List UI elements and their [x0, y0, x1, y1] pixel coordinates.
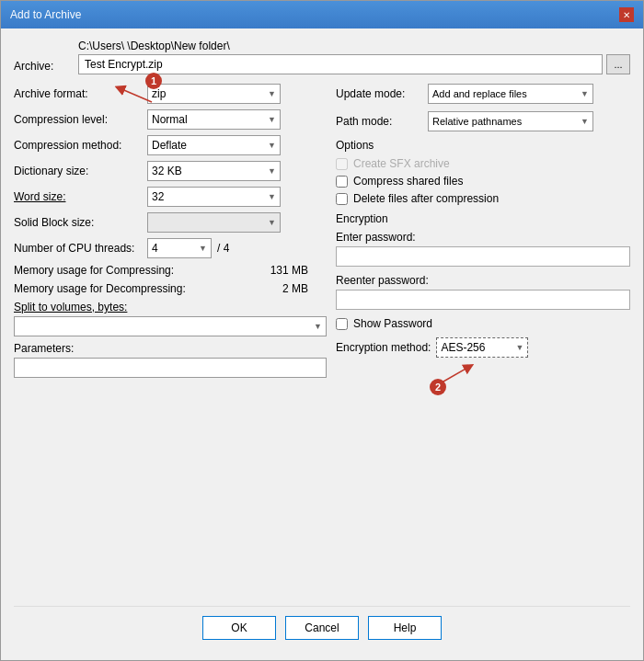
update-mode-label: Update mode: — [336, 87, 428, 100]
params-input[interactable] — [14, 358, 327, 378]
split-label: Split to volumes, bytes: — [14, 301, 327, 313]
enter-password-input[interactable] — [336, 246, 630, 267]
dictionary-size-label: Dictionary size: — [14, 165, 147, 177]
cpu-threads-label: Number of CPU threads: — [14, 242, 147, 255]
compression-method-arrow: ▼ — [268, 141, 276, 150]
options-header: Options — [336, 139, 630, 152]
cpu-threads-max: / 4 — [217, 242, 229, 255]
enc-method-arrow: ▼ — [515, 343, 523, 352]
show-password-checkbox[interactable] — [336, 318, 348, 330]
title-bar: Add to Archive ✕ — [1, 1, 643, 28]
dictionary-size-arrow: ▼ — [268, 166, 276, 176]
create-sfx-label: Create SFX archive — [353, 157, 450, 170]
solid-block-arrow: ▼ — [268, 218, 276, 227]
compression-method-label: Compression method: — [14, 139, 147, 152]
reenter-password-label: Reenter password: — [336, 274, 630, 287]
create-sfx-checkbox[interactable] — [336, 158, 348, 170]
split-arrow: ▼ — [314, 322, 322, 331]
params-label: Parameters: — [14, 342, 327, 355]
path-mode-combo[interactable]: Relative pathnames ▼ — [428, 111, 593, 131]
update-mode-combo[interactable]: Add and replace files ▼ — [428, 84, 593, 104]
word-size-combo[interactable]: 32 ▼ — [147, 187, 281, 207]
cancel-button[interactable]: Cancel — [285, 616, 359, 640]
word-size-label: Word size: — [14, 190, 147, 203]
cpu-threads-combo[interactable]: 4 ▼ — [147, 238, 212, 258]
compress-shared-label: Compress shared files — [353, 175, 463, 188]
path-mode-arrow: ▼ — [581, 117, 589, 126]
memory-compress-label: Memory usage for Compressing: — [14, 264, 174, 277]
badge-2: 2 — [430, 379, 446, 395]
archive-path: C:\Users\ \Desktop\New folder\ — [78, 40, 630, 52]
solid-block-label: Solid Block size: — [14, 216, 147, 229]
compression-method-combo[interactable]: Deflate ▼ — [147, 135, 281, 155]
cpu-threads-arrow: ▼ — [199, 244, 207, 253]
close-button[interactable]: ✕ — [619, 7, 634, 22]
path-mode-label: Path mode: — [336, 115, 428, 128]
memory-decompress-label: Memory usage for Decompressing: — [14, 282, 186, 295]
badge-1: 1 — [145, 73, 162, 89]
update-mode-arrow: ▼ — [581, 89, 589, 98]
memory-decompress-value: 2 MB — [282, 282, 327, 295]
svg-line-0 — [120, 88, 152, 102]
delete-after-checkbox[interactable] — [336, 193, 348, 205]
enc-method-combo[interactable]: AES-256 ▼ — [436, 337, 528, 358]
reenter-password-input[interactable] — [336, 290, 630, 310]
archive-name-input[interactable] — [78, 54, 603, 74]
help-button[interactable]: Help — [368, 616, 442, 640]
memory-compress-value: 131 MB — [270, 264, 327, 277]
add-to-archive-dialog: Add to Archive ✕ Archive: C:\Users\ \Des… — [0, 0, 644, 661]
enc-method-label: Encryption method: — [336, 341, 431, 354]
compress-shared-checkbox[interactable] — [336, 176, 348, 188]
delete-after-label: Delete files after compression — [353, 192, 499, 205]
ok-button[interactable]: OK — [202, 616, 276, 640]
archive-format-arrow: ▼ — [268, 89, 276, 98]
solid-block-combo[interactable]: ▼ — [147, 212, 281, 233]
split-combo[interactable]: ▼ — [14, 316, 327, 336]
compression-level-arrow: ▼ — [268, 115, 276, 124]
word-size-arrow: ▼ — [268, 192, 276, 201]
browse-button[interactable]: ... — [606, 54, 630, 74]
compression-level-label: Compression level: — [14, 113, 147, 126]
dictionary-size-combo[interactable]: 32 KB ▼ — [147, 161, 281, 181]
encryption-header: Encryption — [336, 212, 630, 225]
enter-password-label: Enter password: — [336, 231, 630, 244]
archive-label: Archive: — [14, 40, 78, 73]
show-password-label: Show Password — [353, 317, 432, 330]
dialog-title: Add to Archive — [10, 8, 81, 21]
